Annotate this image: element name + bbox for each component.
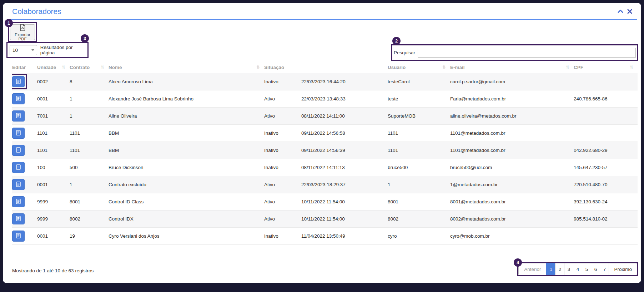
edit-button-wrap xyxy=(12,128,25,139)
cell-situacao: Ativo xyxy=(264,108,301,125)
pagination: Anterior1234567Próximo xyxy=(518,263,637,275)
column-header-situacao: Situação xyxy=(264,61,301,73)
cell-data: 22/03/2023 13:48:33 xyxy=(301,90,388,108)
edit-button-wrap xyxy=(12,110,25,122)
cell-data: 10/11/2022 11:54:00 xyxy=(301,193,388,211)
close-icon[interactable] xyxy=(627,9,633,14)
edit-row-button[interactable] xyxy=(12,93,25,104)
cell-nome: Contrato excluído xyxy=(109,176,264,193)
cell-email: 1101@metadados.com.br xyxy=(450,125,574,142)
document-icon xyxy=(16,96,21,102)
edit-row-button[interactable] xyxy=(12,110,25,122)
edit-row-button[interactable] xyxy=(12,76,25,87)
per-page-label: Resultados por página xyxy=(40,45,87,55)
edit-button-wrap xyxy=(12,145,25,156)
cell-cpf: 042.922.680-29 xyxy=(574,142,638,159)
annotation-badge-2: 2 xyxy=(392,37,401,45)
edit-row-button[interactable] xyxy=(12,162,25,173)
cell-email: aline.oliveira@metados.com.br xyxy=(450,108,574,125)
edit-row-button[interactable] xyxy=(12,145,25,156)
export-pdf-label: Exportar PDF xyxy=(11,33,34,41)
page-button-5[interactable]: 5 xyxy=(582,263,591,275)
cell-situacao: Ativo xyxy=(264,211,301,228)
per-page-value: 10 xyxy=(12,48,18,53)
cell-data: 08/11/2022 14:11:00 xyxy=(301,108,388,125)
cell-unidade: 100 xyxy=(37,159,70,176)
cell-contrato: 19 xyxy=(70,228,109,245)
cell-email: Faria@metadados.com.br xyxy=(450,90,574,108)
annotation-box-1: 1 Exportar PDF xyxy=(8,22,37,42)
column-header-nome[interactable]: ⇅Nome xyxy=(109,61,264,73)
column-label: Contrato xyxy=(70,65,90,70)
column-label: CPF xyxy=(574,65,583,70)
table-row: 00011Alexandre José Barbosa Lima Sobrinh… xyxy=(12,90,638,108)
cell-cpf: 240.786.665-86 xyxy=(574,90,638,108)
column-header-usuario[interactable]: ⇅Usuário xyxy=(388,61,450,73)
search-input[interactable] xyxy=(418,48,636,58)
column-header-email[interactable]: ⇅E-mail xyxy=(450,61,574,73)
edit-row-button[interactable] xyxy=(12,231,25,242)
colaboradores-table: Editar⇅Unidade⇅Contrato⇅NomeSituação⇅Usu… xyxy=(12,61,638,245)
page-button-3[interactable]: 3 xyxy=(564,263,573,275)
previous-page-button[interactable]: Anterior xyxy=(518,263,547,275)
cell-situacao: Inativo xyxy=(264,159,301,176)
cell-contrato: 1 xyxy=(70,176,109,193)
column-header-unidade[interactable]: ⇅Unidade xyxy=(37,61,70,73)
cell-cpf: 392.130.630-24 xyxy=(574,193,638,211)
sort-icon: ⇅ xyxy=(256,65,260,70)
cell-nome: BBM xyxy=(109,125,264,142)
cell-data: 09/11/2022 14:56:58 xyxy=(301,125,388,142)
cell-usuario: 1101 xyxy=(388,142,450,159)
search-label: Pesquisar xyxy=(394,50,415,55)
table-row: 00011Contrato excluídoAtivo22/03/2023 18… xyxy=(12,176,638,193)
edit-cell xyxy=(12,193,37,211)
next-page-button[interactable]: Próximo xyxy=(609,263,637,275)
annotation-box-3: 3 10 Resultados por página xyxy=(6,42,89,58)
column-label: E-mail xyxy=(450,65,465,70)
column-label: Nome xyxy=(109,65,122,70)
page-button-6[interactable]: 6 xyxy=(591,263,600,275)
edit-row-button[interactable] xyxy=(12,213,25,224)
cell-nome: BBM xyxy=(109,142,264,159)
pdf-file-icon xyxy=(20,24,26,32)
export-pdf-button[interactable]: Exportar PDF xyxy=(10,24,35,40)
cell-contrato: 1101 xyxy=(70,125,109,142)
cell-data: 10/11/2022 11:54:00 xyxy=(301,211,388,228)
column-header-cpf[interactable]: ⇅CPF xyxy=(574,61,638,73)
per-page-select[interactable]: 10 xyxy=(10,45,37,55)
cell-email: 8002@metadados.com.br xyxy=(450,211,574,228)
page-button-7[interactable]: 7 xyxy=(600,263,609,275)
sort-icon: ⇅ xyxy=(630,65,633,70)
document-icon xyxy=(16,130,21,137)
cell-situacao: Ativo xyxy=(264,90,301,108)
edit-cell xyxy=(12,142,37,159)
edit-row-button[interactable] xyxy=(12,128,25,139)
document-icon xyxy=(16,182,21,188)
edit-cell xyxy=(12,159,37,176)
edit-button-wrap xyxy=(12,162,25,173)
column-header-contrato[interactable]: ⇅Contrato xyxy=(70,61,109,73)
sort-icon: ⇅ xyxy=(566,65,569,70)
cell-situacao: Inativo xyxy=(264,142,301,159)
sort-icon: ⇅ xyxy=(62,65,65,70)
edit-cell: 5 xyxy=(12,73,37,90)
cell-contrato: 500 xyxy=(70,159,109,176)
edit-row-button[interactable] xyxy=(12,179,25,190)
cell-nome: Control IDX xyxy=(109,211,264,228)
collapse-icon[interactable] xyxy=(618,9,623,14)
edit-cell xyxy=(12,108,37,125)
page-button-2[interactable]: 2 xyxy=(555,263,564,275)
page-button-4[interactable]: 4 xyxy=(573,263,582,275)
results-summary: Mostrando de 1 até 10 de 63 registros xyxy=(12,268,94,273)
edit-cell xyxy=(12,211,37,228)
table-row: 500028Alceu Amoroso LimaInativo22/03/202… xyxy=(12,73,638,90)
edit-row-button[interactable] xyxy=(12,196,25,207)
cell-unidade: 1101 xyxy=(37,125,70,142)
edit-button-wrap xyxy=(12,196,25,207)
cell-unidade: 7001 xyxy=(37,108,70,125)
table-row: 11011101BBMInativo09/11/2022 14:56:39110… xyxy=(12,142,638,159)
page-button-1[interactable]: 1 xyxy=(546,263,555,275)
cell-contrato: 8001 xyxy=(70,193,109,211)
cell-usuario: 1 xyxy=(388,176,450,193)
table-body: 500028Alceu Amoroso LimaInativo22/03/202… xyxy=(12,73,638,245)
